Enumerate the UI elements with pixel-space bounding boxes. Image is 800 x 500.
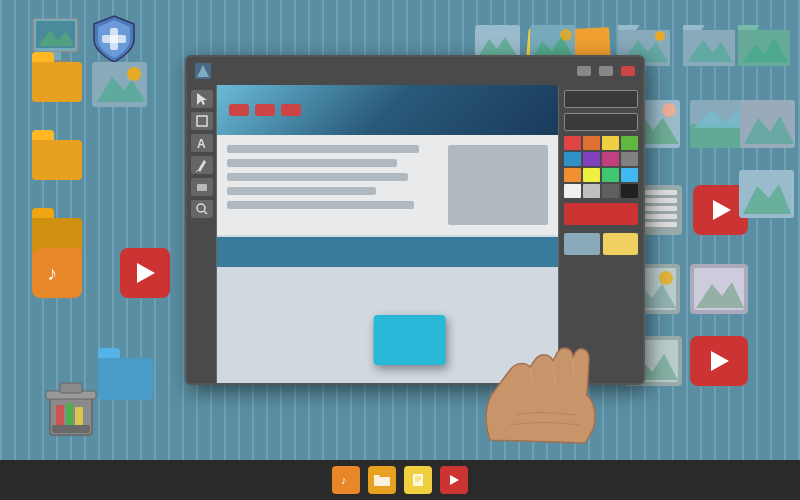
- image-thumbnail-r3[interactable]: [740, 100, 795, 152]
- svg-marker-27: [197, 93, 207, 105]
- folder-blue-bl[interactable]: [98, 358, 153, 400]
- window-minimize-button[interactable]: [577, 66, 591, 76]
- svg-rect-28: [197, 116, 207, 126]
- svg-text:♪: ♪: [341, 474, 347, 486]
- width-field[interactable]: [564, 90, 638, 108]
- color-sky[interactable]: [621, 168, 638, 182]
- trash-icon[interactable]: [42, 375, 97, 440]
- svg-marker-17: [137, 263, 155, 283]
- color-lime[interactable]: [583, 168, 600, 182]
- zoom-tool[interactable]: [191, 200, 213, 218]
- svg-marker-46: [713, 200, 731, 220]
- taskbar-play-icon[interactable]: [440, 466, 468, 494]
- wireframe-content: [217, 135, 558, 235]
- svg-point-15: [127, 67, 141, 81]
- color-gray[interactable]: [621, 152, 638, 166]
- color-green[interactable]: [621, 136, 638, 150]
- folder-image-r3[interactable]: [738, 22, 790, 70]
- rectangle-tool[interactable]: [191, 112, 213, 130]
- image-thumbnail-r-extra[interactable]: [739, 170, 794, 222]
- color-yellow[interactable]: [602, 136, 619, 150]
- shield-desktop-icon[interactable]: [90, 14, 135, 62]
- svg-rect-20: [60, 383, 82, 393]
- taskbar-folder-icon[interactable]: [368, 466, 396, 494]
- color-silver[interactable]: [583, 184, 600, 198]
- color-blue[interactable]: [564, 152, 581, 166]
- color-dark-gray[interactable]: [602, 184, 619, 198]
- svg-text:A: A: [197, 137, 206, 150]
- color-pink[interactable]: [602, 152, 619, 166]
- wireframe-text-area: [227, 145, 440, 225]
- svg-marker-57: [711, 351, 729, 371]
- image-thumbnail-tl[interactable]: [92, 62, 147, 107]
- eraser-tool[interactable]: [191, 178, 213, 196]
- image-placeholder-r2[interactable]: [690, 264, 748, 318]
- play-app-icon-left[interactable]: [120, 248, 170, 298]
- svg-rect-24: [52, 425, 90, 433]
- preview-color-2: [603, 233, 639, 255]
- svg-rect-12: [102, 35, 126, 43]
- svg-rect-22: [66, 403, 73, 427]
- image-thumbnail-r2[interactable]: [690, 100, 745, 152]
- pen-tool[interactable]: [191, 156, 213, 174]
- hand-graphic: [475, 325, 605, 445]
- window-app-icon: [195, 63, 211, 79]
- height-field[interactable]: [564, 113, 638, 131]
- svg-point-50: [659, 271, 673, 285]
- color-orange[interactable]: [583, 136, 600, 150]
- toolbar-left: A: [187, 85, 217, 383]
- svg-point-64: [560, 29, 572, 41]
- svg-rect-21: [56, 405, 64, 427]
- svg-point-32: [197, 204, 205, 212]
- color-picker-grid: [564, 136, 638, 198]
- wireframe-header: [217, 85, 558, 135]
- taskbar-icons: ♪: [332, 466, 468, 494]
- color-red[interactable]: [564, 136, 581, 150]
- svg-rect-31: [197, 184, 207, 191]
- svg-point-35: [655, 31, 665, 41]
- svg-text:♪: ♪: [47, 262, 57, 284]
- color-white[interactable]: [564, 184, 581, 198]
- color-purple[interactable]: [583, 152, 600, 166]
- preview-color-1: [564, 233, 600, 255]
- color-mint[interactable]: [602, 168, 619, 182]
- logo-card[interactable]: [373, 315, 445, 365]
- wireframe-text-line-4: [227, 187, 376, 195]
- folder-yellow-ml[interactable]: [32, 140, 82, 180]
- taskbar: ♪: [0, 460, 800, 500]
- folder-image-r2[interactable]: [683, 22, 735, 70]
- wireframe-text-line-2: [227, 159, 397, 167]
- svg-rect-1: [413, 474, 423, 486]
- nav-home-btn[interactable]: [229, 104, 249, 116]
- select-tool[interactable]: [191, 90, 213, 108]
- svg-point-40: [662, 103, 676, 117]
- taskbar-note-icon[interactable]: [404, 466, 432, 494]
- window-titlebar: [187, 57, 643, 85]
- nav-news-btn[interactable]: [255, 104, 275, 116]
- color-amber[interactable]: [564, 168, 581, 182]
- taskbar-music-icon[interactable]: ♪: [332, 466, 360, 494]
- wireframe-image-placeholder: [448, 145, 548, 225]
- text-tool[interactable]: A: [191, 134, 213, 152]
- nav-contact-btn[interactable]: [281, 104, 301, 116]
- svg-line-30: [196, 170, 198, 172]
- window-maximize-button[interactable]: [599, 66, 613, 76]
- window-close-button[interactable]: [621, 66, 635, 76]
- wireframe-text-line-3: [227, 173, 408, 181]
- svg-rect-23: [75, 407, 83, 427]
- play-app-icon-right-2[interactable]: [690, 336, 748, 386]
- svg-marker-5: [450, 475, 459, 485]
- svg-line-33: [204, 211, 207, 214]
- folder-yellow-tl[interactable]: [32, 62, 82, 102]
- wireframe-text-line-1: [227, 145, 419, 153]
- wireframe-footer: [217, 237, 558, 267]
- wireframe-text-line-5: [227, 201, 414, 209]
- zoom-display[interactable]: [564, 203, 638, 225]
- music-app-icon[interactable]: ♪: [32, 248, 82, 298]
- color-black[interactable]: [621, 184, 638, 198]
